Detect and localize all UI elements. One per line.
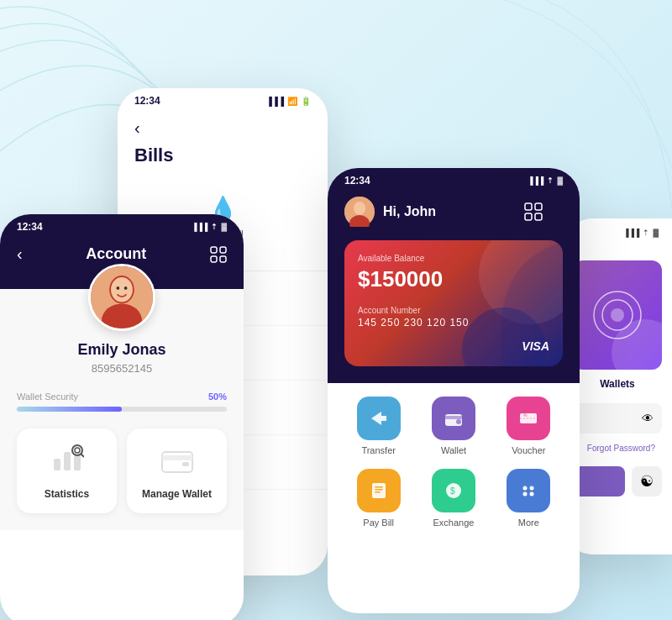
dashboard-status-bar: 12:34 ▐▐▐ ⇡ ▓ bbox=[328, 168, 580, 190]
right-fields: 👁 Forgot Password? ☯ bbox=[573, 403, 662, 497]
svg-rect-33 bbox=[372, 483, 386, 498]
svg-point-45 bbox=[611, 308, 624, 322]
dashboard-grid-icon[interactable] bbox=[524, 202, 563, 221]
paybill-action[interactable]: Pay Bill bbox=[357, 469, 401, 528]
exchange-action[interactable]: $ Exchange bbox=[432, 469, 475, 528]
dashboard-header: Hi, John bbox=[328, 190, 580, 240]
manage-wallet-label: Manage Wallet bbox=[142, 488, 212, 500]
eye-icon[interactable]: 👁 bbox=[642, 412, 654, 425]
svg-point-41 bbox=[523, 492, 528, 497]
security-label: Wallet Security 50% bbox=[17, 391, 227, 402]
svg-rect-25 bbox=[525, 213, 532, 220]
bills-status-bar: 12:34 ▐▐▐ 📶 🔋 bbox=[118, 88, 328, 110]
wallet-action[interactable]: Wallet bbox=[432, 397, 475, 455]
dashboard-avatar bbox=[344, 197, 375, 227]
right-field-1: 👁 bbox=[573, 403, 662, 433]
right-wifi-icon: ⇡ bbox=[643, 229, 649, 237]
bills-header: ‹ Bills bbox=[118, 110, 328, 183]
dashboard-status-time: 12:34 bbox=[344, 175, 370, 187]
wallet-icon bbox=[432, 397, 475, 440]
fingerprint-button[interactable]: ☯ bbox=[632, 466, 662, 497]
statistics-card[interactable]: Statistics bbox=[17, 428, 117, 513]
exchange-label: Exchange bbox=[433, 518, 475, 528]
dashboard-status-icons: ▐▐▐ ⇡ ▓ bbox=[528, 176, 563, 185]
wifi-icon: 📶 bbox=[287, 97, 297, 106]
bills-title: Bills bbox=[134, 144, 311, 166]
card-account-label: Account Number bbox=[358, 306, 549, 315]
svg-point-8 bbox=[111, 277, 133, 302]
statistics-icon bbox=[50, 442, 84, 481]
avatar-placeholder bbox=[91, 266, 153, 328]
voucher-action[interactable]: % Voucher bbox=[507, 397, 550, 455]
svg-rect-24 bbox=[535, 203, 542, 210]
action-grid: Transfer Wallet bbox=[328, 383, 580, 554]
svg-rect-19 bbox=[182, 462, 189, 466]
bills-back-arrow[interactable]: ‹ bbox=[134, 118, 311, 138]
more-label: More bbox=[518, 518, 539, 528]
svg-rect-36 bbox=[375, 491, 381, 493]
user-avatar bbox=[88, 264, 155, 331]
signal-icon: ▐▐▐ bbox=[528, 176, 543, 185]
svg-rect-2 bbox=[220, 247, 226, 253]
svg-point-39 bbox=[523, 486, 528, 491]
forgot-password-link[interactable]: Forgot Password? bbox=[573, 444, 662, 453]
voucher-icon: % bbox=[507, 397, 550, 440]
voucher-label: Voucher bbox=[512, 445, 545, 455]
svg-point-42 bbox=[530, 492, 534, 497]
account-status-time: 12:34 bbox=[17, 221, 43, 233]
login-button[interactable] bbox=[573, 466, 625, 497]
battery-icon: ▓ bbox=[557, 176, 563, 185]
more-icon bbox=[507, 469, 550, 512]
account-body: Emily Jonas 8595652145 Wallet Security 5… bbox=[0, 289, 244, 530]
transfer-action[interactable]: Transfer bbox=[357, 397, 401, 455]
manage-wallet-icon bbox=[160, 442, 194, 481]
svg-rect-18 bbox=[162, 455, 192, 460]
card-brand: VISA bbox=[522, 339, 549, 353]
exchange-icon: $ bbox=[432, 469, 475, 512]
security-text: Wallet Security bbox=[17, 391, 78, 402]
svg-rect-17 bbox=[162, 452, 192, 472]
svg-text:%: % bbox=[523, 412, 528, 418]
action-cards: Statistics Manage Wallet bbox=[17, 428, 227, 513]
svg-rect-13 bbox=[74, 455, 81, 470]
phone-dashboard: 12:34 ▐▐▐ ⇡ ▓ Hi, John bbox=[328, 168, 580, 613]
account-title: Account bbox=[86, 245, 146, 263]
card-section: Available Balance $150000 Account Number… bbox=[328, 240, 580, 383]
right-card-purple bbox=[573, 260, 662, 370]
security-percent: 50% bbox=[208, 391, 227, 402]
svg-rect-3 bbox=[211, 256, 217, 262]
battery-icon: ▓ bbox=[221, 223, 227, 231]
svg-text:$: $ bbox=[450, 486, 455, 496]
svg-point-15 bbox=[75, 448, 80, 453]
user-number: 8595652145 bbox=[92, 362, 152, 375]
dashboard-greeting: Hi, John bbox=[383, 204, 436, 219]
account-status-bar: 12:34 ▐▐▐ ⇡ ▓ bbox=[0, 214, 244, 236]
phone-account: 12:34 ▐▐▐ ⇡ ▓ ‹ Account bbox=[0, 214, 244, 620]
signal-icon: ▐▐▐ bbox=[192, 223, 207, 231]
svg-rect-34 bbox=[375, 486, 383, 488]
account-grid-icon[interactable] bbox=[210, 246, 227, 263]
account-status-icons: ▐▐▐ ⇡ ▓ bbox=[192, 223, 227, 231]
more-action[interactable]: More bbox=[507, 469, 550, 528]
wifi-icon: ⇡ bbox=[547, 176, 554, 185]
svg-point-29 bbox=[456, 419, 461, 424]
svg-rect-1 bbox=[211, 247, 217, 253]
transfer-label: Transfer bbox=[361, 445, 396, 455]
manage-wallet-card[interactable]: Manage Wallet bbox=[127, 428, 227, 513]
svg-point-40 bbox=[530, 486, 534, 491]
battery-icon: 🔋 bbox=[301, 97, 311, 106]
account-back-arrow[interactable]: ‹ bbox=[17, 244, 23, 264]
bills-status-time: 12:34 bbox=[134, 95, 160, 107]
svg-point-9 bbox=[117, 286, 120, 290]
action-row-1: Transfer Wallet bbox=[341, 397, 566, 455]
svg-rect-28 bbox=[445, 416, 462, 419]
user-name: Emily Jonas bbox=[77, 341, 165, 359]
right-signal-icon: ▐▐▐ bbox=[623, 229, 639, 237]
svg-rect-11 bbox=[54, 459, 60, 470]
paybill-icon bbox=[357, 469, 401, 512]
card-balance-label: Available Balance bbox=[358, 254, 549, 263]
svg-rect-12 bbox=[64, 452, 71, 470]
transfer-icon bbox=[357, 397, 401, 440]
right-status-icons: ▐▐▐ ⇡ ▓ bbox=[623, 229, 659, 237]
svg-line-16 bbox=[81, 454, 84, 457]
